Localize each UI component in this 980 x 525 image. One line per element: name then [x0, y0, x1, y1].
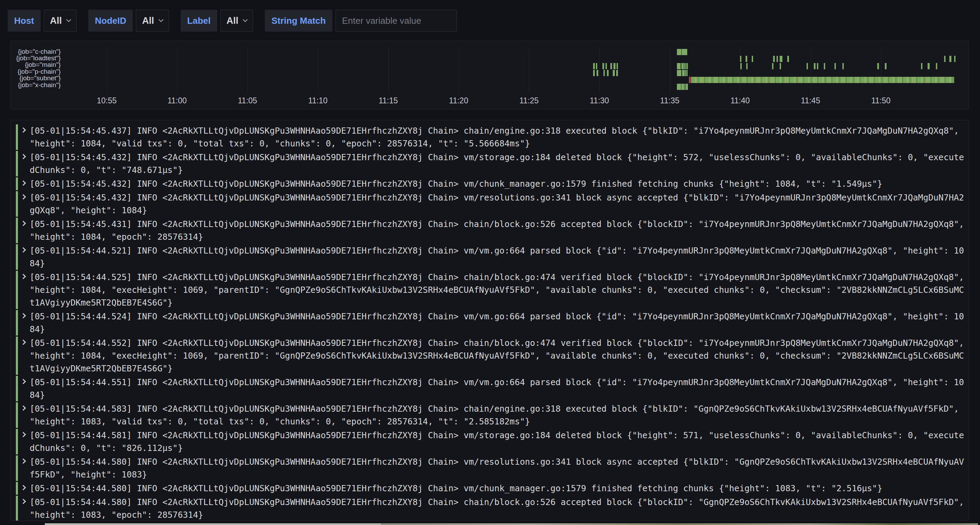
expand-chevron-icon[interactable] [21, 339, 26, 345]
log-level-bar [16, 124, 18, 150]
timeline-plot-area[interactable]: 10:5511:0011:0511:1011:1511:2011:2511:30… [66, 41, 966, 109]
x-gridline [670, 49, 670, 93]
nodeid-label[interactable]: NodeID [88, 10, 133, 32]
legend-item[interactable]: {job="x-chain"} [11, 82, 62, 88]
logs-panel: [05-01|15:54:45.437] INFO <2AcRkXTLLtQjv… [10, 120, 969, 521]
log-volume-tick [606, 63, 607, 69]
log-row[interactable]: [05-01|15:54:44.580] INFO <2AcRkXTLLtQjv… [16, 482, 969, 495]
legend-item[interactable]: {job="p-chain"} [11, 68, 62, 75]
variable-nodeid: NodeID All [88, 10, 169, 32]
string-match-input[interactable] [336, 10, 457, 32]
log-volume-tick [885, 63, 886, 69]
log-volume-tick [593, 70, 595, 76]
expand-chevron-icon[interactable] [21, 127, 26, 133]
expand-chevron-icon[interactable] [21, 181, 26, 186]
log-volume-tick [677, 49, 681, 55]
x-axis-tick-label: 11:00 [168, 96, 187, 105]
expand-chevron-icon[interactable] [21, 247, 26, 253]
log-volume-tick [776, 56, 778, 62]
log-row[interactable]: [05-01|15:54:44.552] INFO <2AcRkXTLLtQjv… [16, 336, 969, 375]
log-volume-tick [740, 63, 742, 69]
log-volume-tick [773, 56, 775, 62]
expand-chevron-icon[interactable] [21, 379, 26, 384]
log-volume-tick [603, 70, 605, 76]
log-line-text: [05-01|15:54:44.581] INFO <2AcRkXTLLtQjv… [30, 429, 964, 454]
log-row[interactable]: [05-01|15:54:45.432] INFO <2AcRkXTLLtQjv… [16, 151, 969, 176]
log-volume-tick [807, 63, 808, 69]
log-level-bar [16, 191, 18, 217]
x-gridline [599, 49, 600, 93]
host-label[interactable]: Host [8, 10, 41, 32]
expand-chevron-icon[interactable] [21, 432, 26, 438]
log-row[interactable]: [05-01|15:54:44.583] INFO <2AcRkXTLLtQjv… [16, 402, 969, 428]
legend-item[interactable]: {job="main"} [11, 62, 62, 68]
expand-chevron-icon[interactable] [21, 221, 26, 226]
x-gridline [248, 49, 248, 93]
log-line-text: [05-01|15:54:45.432] INFO <2AcRkXTLLtQjv… [30, 151, 964, 176]
label-select[interactable]: All [220, 10, 253, 32]
log-volume-tick [596, 63, 597, 69]
log-volume-tick [746, 56, 747, 62]
log-row[interactable]: [05-01|15:54:44.580] INFO <2AcRkXTLLtQjv… [16, 455, 969, 481]
expand-chevron-icon[interactable] [21, 274, 26, 279]
log-row[interactable]: [05-01|15:54:44.581] INFO <2AcRkXTLLtQjv… [16, 429, 969, 454]
log-volume-tick [842, 63, 844, 69]
log-row[interactable]: [05-01|15:54:45.431] INFO <2AcRkXTLLtQjv… [16, 218, 969, 243]
log-level-bar [16, 244, 18, 270]
log-row[interactable]: [05-01|15:54:44.524] INFO <2AcRkXTLLtQjv… [16, 310, 969, 336]
x-gridline [740, 49, 740, 93]
x-axis-tick-label: 11:35 [660, 96, 679, 105]
legend-item[interactable]: {job="subnet"} [11, 75, 62, 82]
log-volume-tick [834, 63, 836, 69]
log-volume-bar [691, 77, 954, 83]
log-row[interactable]: [05-01|15:54:45.432] INFO <2AcRkXTLLtQjv… [16, 178, 969, 190]
chevron-down-icon [159, 17, 164, 22]
log-volume-panel: {job="c-chain"}{job="loadtest"}{job="mai… [10, 41, 969, 109]
log-level-bar [16, 455, 18, 481]
x-gridline [177, 49, 178, 93]
log-volume-tick [677, 63, 681, 69]
log-level-bar [16, 218, 18, 243]
log-row[interactable]: [05-01|15:54:45.437] INFO <2AcRkXTLLtQjv… [16, 124, 969, 150]
log-level-bar [16, 178, 18, 190]
x-axis-tick-label: 11:05 [238, 96, 257, 105]
label-label[interactable]: Label [181, 10, 217, 32]
host-select[interactable]: All [44, 10, 77, 32]
expand-chevron-icon[interactable] [21, 458, 26, 464]
log-level-bar [16, 402, 18, 428]
log-row[interactable]: [05-01|15:54:44.551] INFO <2AcRkXTLLtQjv… [16, 376, 969, 401]
expand-chevron-icon[interactable] [21, 313, 26, 319]
expand-chevron-icon[interactable] [21, 485, 26, 490]
log-level-bar [16, 482, 18, 495]
expand-chevron-icon[interactable] [21, 406, 26, 411]
log-volume-tick [928, 63, 930, 69]
log-volume-tick [752, 56, 753, 62]
expand-chevron-icon[interactable] [21, 499, 26, 504]
x-axis-tick-label: 11:20 [449, 96, 468, 105]
expand-chevron-icon[interactable] [21, 154, 26, 160]
log-volume-tick [949, 56, 951, 62]
legend-item[interactable]: {job="c-chain"} [11, 48, 62, 55]
log-row[interactable]: [05-01|15:54:45.432] INFO <2AcRkXTLLtQjv… [16, 191, 969, 217]
nodeid-select[interactable]: All [136, 10, 169, 32]
log-line-text: [05-01|15:54:45.431] INFO <2AcRkXTLLtQjv… [30, 218, 964, 243]
x-gridline [881, 49, 881, 93]
x-axis-tick-label: 11:40 [730, 96, 750, 105]
log-volume-tick [740, 56, 741, 62]
log-volume-tick [602, 63, 604, 69]
log-row[interactable]: [05-01|15:54:44.580] INFO <2AcRkXTLLtQjv… [16, 496, 969, 521]
legend-item[interactable]: {job="loadtest"} [11, 55, 62, 61]
timeline-legend: {job="c-chain"}{job="loadtest"}{job="mai… [11, 48, 62, 88]
expand-chevron-icon[interactable] [21, 194, 26, 200]
log-volume-tick [687, 63, 688, 69]
label-select-value: All [227, 16, 239, 26]
log-volume-tick [683, 63, 684, 69]
log-row[interactable]: [05-01|15:54:44.525] INFO <2AcRkXTLLtQjv… [16, 271, 969, 309]
log-line-text: [05-01|15:54:44.580] INFO <2AcRkXTLLtQjv… [30, 496, 964, 521]
log-volume-tick [780, 63, 781, 69]
log-row[interactable]: [05-01|15:54:44.521] INFO <2AcRkXTLLtQjv… [16, 244, 969, 270]
string-match-label[interactable]: String Match [265, 10, 332, 32]
log-line-text: [05-01|15:54:44.551] INFO <2AcRkXTLLtQjv… [30, 376, 964, 401]
log-volume-tick [746, 63, 748, 69]
log-level-bar [16, 429, 18, 454]
